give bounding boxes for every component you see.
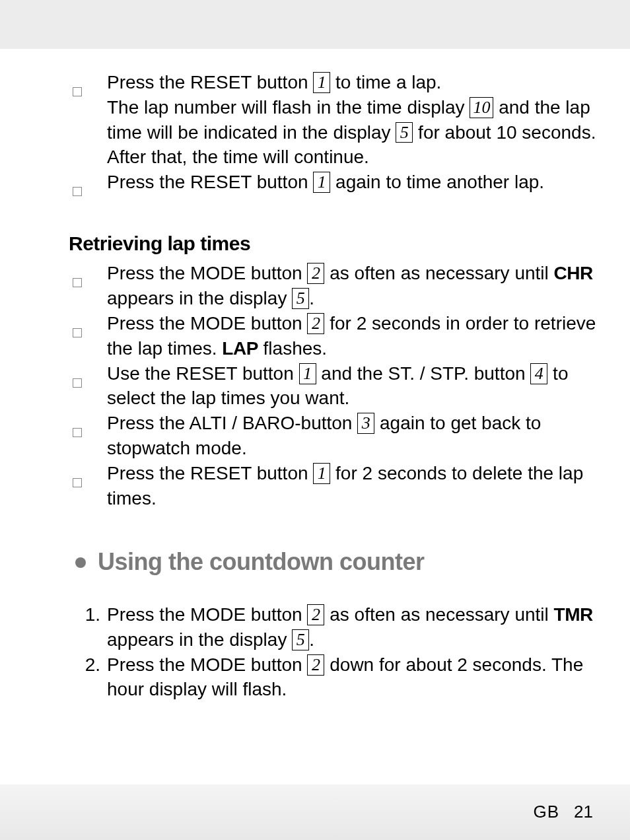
section-heading: Using the countdown counter [69,546,605,578]
callout-box: 2 [307,654,324,676]
list-item: Press the RESET button 1 to time a lap.T… [69,70,605,170]
bullet-column [69,361,107,394]
footer-region: GB [534,800,560,823]
bold-label: TMR [554,604,593,625]
list-item: Use the RESET button 1 and the ST. / STP… [69,361,605,411]
list-item-text: Use the RESET button 1 and the ST. / STP… [107,361,605,411]
list-item-text: Press the MODE button 2 for 2 seconds in… [107,311,605,361]
bullet-column [69,461,107,494]
square-bullet-icon [73,428,82,437]
top-band [0,0,630,49]
list-item: Press the ALTI / BARO-button 3 again to … [69,411,605,461]
bullet-column [69,311,107,344]
numbered-item-text: Press the MODE button 2 down for about 2… [107,652,605,703]
square-bullet-icon [73,187,82,196]
callout-box: 10 [470,97,493,118]
square-bullet-icon [73,478,82,487]
bullet-dot-icon [75,557,86,568]
subheading-retrieving: Retrieving lap times [69,230,605,258]
list-item-text: Press the RESET button 1 again to time a… [107,170,605,195]
bold-label: CHR [554,263,593,283]
numbered-item: 1.Press the MODE button 2 as often as ne… [69,602,605,652]
page-content: Press the RESET button 1 to time a lap.T… [0,49,630,702]
callout-box: 3 [357,413,374,434]
list-item: Press the MODE button 2 for 2 seconds in… [69,311,605,361]
numbered-item-number: 2. [69,652,107,678]
callout-box: 2 [307,604,324,625]
numbered-item-number: 1. [69,602,107,627]
callout-box: 2 [307,263,324,284]
numbered-list: 1.Press the MODE button 2 as often as ne… [69,602,605,702]
list-item: Press the RESET button 1 for 2 seconds t… [69,461,605,511]
callout-box: 1 [299,363,316,384]
list-item-text: Press the ALTI / BARO-button 3 again to … [107,411,605,461]
list-item: Press the MODE button 2 as often as nece… [69,261,605,311]
callout-box: 2 [307,313,324,334]
list-item-text: Press the RESET button 1 to time a lap.T… [107,70,605,170]
bullet-column [69,411,107,444]
callout-box: 5 [292,288,309,309]
callout-box: 1 [313,72,330,93]
footer-page-number: 21 [574,800,593,823]
callout-box: 1 [313,463,330,484]
square-bullet-icon [73,378,82,388]
list-item: Press the RESET button 1 again to time a… [69,170,605,203]
bullet-column [69,261,107,294]
bullet-column [69,170,107,203]
page-footer: GB 21 [0,785,630,840]
list-item-text: Press the MODE button 2 as often as nece… [107,261,605,311]
callout-box: 5 [396,122,413,143]
section-title: Using the countdown counter [98,546,424,578]
callout-box: 1 [313,172,330,193]
square-bullet-icon [73,87,82,96]
retrieve-list: Press the MODE button 2 as often as nece… [69,261,605,510]
callout-box: 4 [530,363,547,384]
bullet-column [69,70,107,103]
intro-list: Press the RESET button 1 to time a lap.T… [69,70,605,203]
numbered-item: 2.Press the MODE button 2 down for about… [69,652,605,703]
square-bullet-icon [73,328,82,337]
list-item-text: Press the RESET button 1 for 2 seconds t… [107,461,605,511]
callout-box: 5 [292,629,309,650]
numbered-item-text: Press the MODE button 2 as often as nece… [107,602,605,652]
square-bullet-icon [73,278,82,287]
bold-label: LAP [222,338,258,359]
